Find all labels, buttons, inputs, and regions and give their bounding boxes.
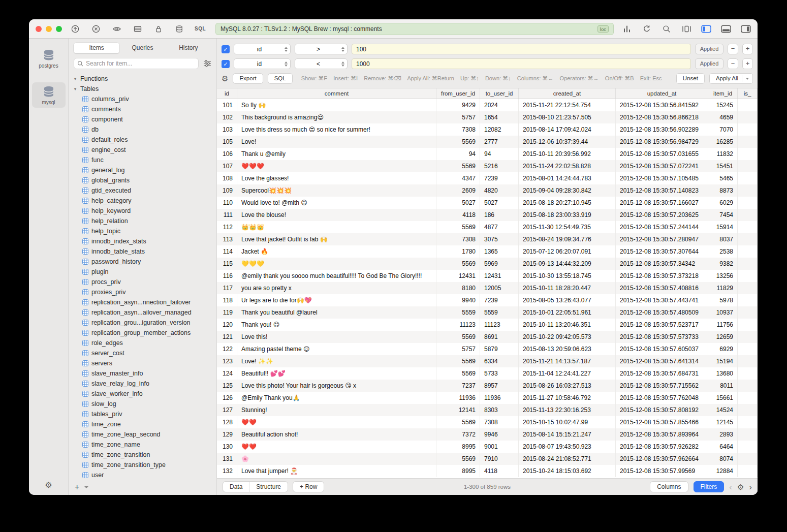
sidebar-table-item[interactable]: time_zone_transition <box>73 450 216 460</box>
cell-updated_at[interactable]: 2015-12-08 15:30:56.984729 <box>616 136 708 148</box>
cell-created_at[interactable]: 2015-11-04 12:24:41.227 <box>519 367 616 380</box>
cell-to_user_id[interactable]: 5216 <box>480 160 519 172</box>
previous-page-button[interactable]: ‹ <box>729 483 732 491</box>
cell-comment[interactable]: @emily thank you soooo much beautiful!!!… <box>237 270 436 282</box>
cell-to_user_id[interactable]: 12005 <box>480 282 519 294</box>
cell-item_id[interactable]: 6929 <box>708 343 738 355</box>
cell-to_user_id[interactable]: 2777 <box>480 136 519 148</box>
cell-is_[interactable] <box>738 392 758 404</box>
cell-from_user_id[interactable]: 5569 <box>436 453 480 465</box>
cell-is_[interactable] <box>738 136 758 148</box>
filter-applied-button[interactable]: Applied <box>695 44 723 54</box>
sidebar-table-item[interactable]: slave_worker_info <box>73 389 216 399</box>
filters-button[interactable]: Filters <box>694 481 725 492</box>
table-row[interactable]: 111Love the blouse!41181862015-08-18 23:… <box>217 209 758 221</box>
cell-item_id[interactable]: 6029 <box>708 197 738 209</box>
cell-from_user_id[interactable]: 4347 <box>436 172 480 184</box>
cell-id[interactable]: 103 <box>217 123 237 136</box>
cell-item_id[interactable]: 16285 <box>708 136 738 148</box>
cell-updated_at[interactable]: 2015-12-08 15:30:56.866218 <box>616 111 708 123</box>
cell-comment[interactable]: Amazing pastel theme 😊 <box>237 343 436 355</box>
cell-created_at[interactable]: 2015-10-22 09:42:05.573 <box>519 331 616 343</box>
cell-created_at[interactable]: 2015-09-13 14:44:32.209 <box>519 258 616 270</box>
cell-is_[interactable] <box>738 270 758 282</box>
search-field[interactable] <box>74 58 199 69</box>
table-row[interactable]: 103Love this dress so much 😍 so nice for… <box>217 123 758 136</box>
cell-id[interactable]: 105 <box>217 136 237 148</box>
cell-updated_at[interactable]: 2015-12-08 15:30:56.902289 <box>616 123 708 136</box>
table-row[interactable]: 129Beautiful action shot!737299462015-08… <box>217 428 758 441</box>
cell-from_user_id[interactable]: 5569 <box>436 367 480 380</box>
cell-updated_at[interactable]: 2015-12-08 15:30:57.031655 <box>616 148 708 160</box>
sidebar-table-item[interactable]: server_cost <box>73 348 216 358</box>
cell-item_id[interactable]: 13680 <box>708 367 738 380</box>
filter-operator-select[interactable]: < <box>295 58 348 69</box>
cell-from_user_id[interactable]: 8180 <box>436 282 480 294</box>
cell-item_id[interactable]: 12884 <box>708 465 738 477</box>
cell-item_id[interactable]: 11832 <box>708 148 738 160</box>
cell-comment[interactable]: Love! <box>237 136 436 148</box>
cell-updated_at[interactable]: 2015-12-08 15:30:57.166027 <box>616 197 708 209</box>
cell-is_[interactable] <box>738 99 758 111</box>
sidebar-table-item[interactable]: slave_relay_log_info <box>73 379 216 389</box>
cell-to_user_id[interactable]: 7239 <box>480 294 519 306</box>
table-row[interactable]: 132Love that jumper! 🎅899541182015-10-24… <box>217 465 758 477</box>
cell-comment[interactable]: Jacket 🔥 <box>237 245 436 258</box>
filter-value-input[interactable] <box>352 58 691 69</box>
cell-updated_at[interactable]: 2015-12-08 15:30:57.105485 <box>616 172 708 184</box>
sidebar-table-item[interactable]: password_history <box>73 257 216 267</box>
cell-from_user_id[interactable]: 7237 <box>436 380 480 392</box>
cell-id[interactable]: 110 <box>217 197 237 209</box>
cell-updated_at[interactable]: 2015-12-08 15:30:57.480509 <box>616 306 708 319</box>
cell-is_[interactable] <box>738 331 758 343</box>
cell-created_at[interactable]: 2015-09-04 09:28:30.842 <box>519 184 616 197</box>
cell-to_user_id[interactable]: 5733 <box>480 367 519 380</box>
cell-updated_at[interactable]: 2015-12-08 15:30:57.684731 <box>616 367 708 380</box>
sidebar-table-item[interactable]: component <box>73 114 216 124</box>
cell-created_at[interactable]: 2015-08-10 21:23:57.505 <box>519 111 616 123</box>
cell-to_user_id[interactable]: 7239 <box>480 172 519 184</box>
cell-from_user_id[interactable]: 5569 <box>436 221 480 233</box>
table-row[interactable]: 106Thank u @emily94942015-10-11 20:39:56… <box>217 148 758 160</box>
sidebar-table-item[interactable]: db <box>73 124 216 135</box>
cell-comment[interactable]: So fly 🙌 <box>237 99 436 111</box>
sidebar-table-item[interactable]: proxies_priv <box>73 287 216 297</box>
table-row[interactable]: 110Would love to! @mith 😊502750272015-08… <box>217 197 758 209</box>
cell-comment[interactable]: 💛💛💛 <box>237 258 436 270</box>
cell-id[interactable]: 119 <box>217 306 237 319</box>
cell-comment[interactable]: This background is amazing😍 <box>237 111 436 123</box>
cell-is_[interactable] <box>738 453 758 465</box>
cell-from_user_id[interactable]: 2609 <box>436 184 480 197</box>
sidebar-table-item[interactable]: plugin <box>73 267 216 277</box>
cell-created_at[interactable]: 2015-07-12 06:20:07.091 <box>519 245 616 258</box>
cell-comment[interactable]: Love! ✨✨ <box>237 355 436 367</box>
cell-from_user_id[interactable]: 7308 <box>436 233 480 245</box>
sidebar-table-item[interactable]: help_keyword <box>73 206 216 216</box>
cell-is_[interactable] <box>738 209 758 221</box>
zoom-window-button[interactable] <box>56 26 62 32</box>
cell-updated_at[interactable]: 2015-12-08 15:30:57.244144 <box>616 221 708 233</box>
cell-comment[interactable]: Would love to! @mith 😊 <box>237 197 436 209</box>
cell-from_user_id[interactable]: 5559 <box>436 306 480 319</box>
cell-from_user_id[interactable]: 11123 <box>436 319 480 331</box>
cell-item_id[interactable]: 2538 <box>708 245 738 258</box>
cell-to_user_id[interactable]: 2024 <box>480 99 519 111</box>
cell-from_user_id[interactable]: 5027 <box>436 197 480 209</box>
cell-created_at[interactable]: 2015-10-30 13:55:18.745 <box>519 270 616 282</box>
cell-is_[interactable] <box>738 319 758 331</box>
connection-item-mysql[interactable]: mysql <box>32 82 66 108</box>
table-row[interactable]: 124Beautiful!! 💕💕556957332015-11-04 12:2… <box>217 367 758 380</box>
cell-is_[interactable] <box>738 282 758 294</box>
sidebar-table-item[interactable]: help_topic <box>73 226 216 236</box>
cell-from_user_id[interactable]: 5757 <box>436 343 480 355</box>
cell-id[interactable]: 120 <box>217 319 237 331</box>
sidebar-table-item[interactable]: procs_priv <box>73 277 216 287</box>
cell-id[interactable]: 121 <box>217 331 237 343</box>
table-row[interactable]: 105Love!556927772015-12-06 10:37:39.4420… <box>217 136 758 148</box>
cell-from_user_id[interactable]: 7308 <box>436 123 480 136</box>
cell-from_user_id[interactable]: 11936 <box>436 392 480 404</box>
cell-updated_at[interactable]: 2015-12-08 15:30:57.962664 <box>616 453 708 465</box>
cell-item_id[interactable]: 9382 <box>708 258 738 270</box>
cell-item_id[interactable]: 8873 <box>708 184 738 197</box>
cell-to_user_id[interactable]: 5559 <box>480 306 519 319</box>
